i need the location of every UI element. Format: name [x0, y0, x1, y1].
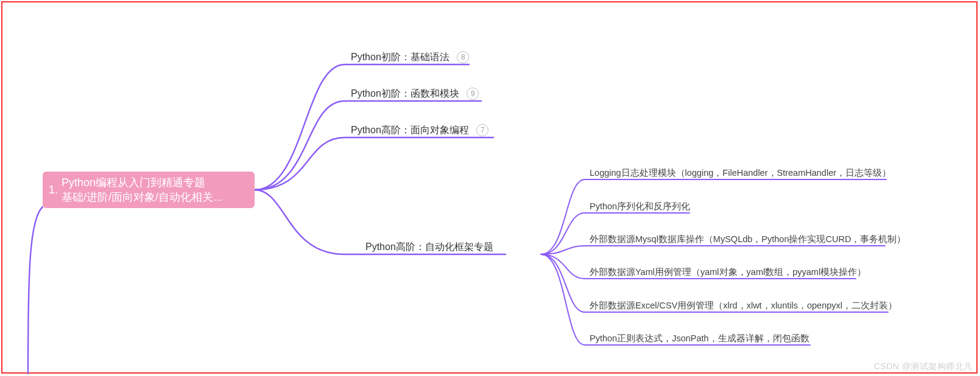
node-python-automation[interactable]: Python高阶：自动化框架专题	[365, 241, 493, 254]
node-label: 外部数据源Excel/CSV用例管理（xlrd，xlwt，xluntils，op…	[590, 301, 897, 310]
node-python-oop[interactable]: Python高阶：面向对象编程 7	[351, 124, 488, 137]
node-label: Python初阶：函数和模块	[351, 88, 459, 99]
node-python-functions-modules[interactable]: Python初阶：函数和模块 9	[351, 88, 479, 100]
root-number: 1.	[49, 183, 58, 197]
count-badge: 7	[476, 124, 488, 136]
node-excel-csv[interactable]: 外部数据源Excel/CSV用例管理（xlrd，xlwt，xluntils，op…	[590, 300, 897, 312]
node-logging[interactable]: Logging日志处理模块（logging，FileHandler，Stream…	[590, 167, 891, 179]
root-title-line2: 基础/进阶/面向对象/自动化相关...	[62, 190, 222, 204]
root-title-line1: Python编程从入门到精通专题	[62, 175, 222, 190]
node-serialization[interactable]: Python序列化和反序列化	[590, 201, 690, 212]
node-yaml[interactable]: 外部数据源Yaml用例管理（yaml对象，yaml数组，pyyaml模块操作）	[590, 266, 866, 278]
mindmap-root-node[interactable]: 1. Python编程从入门到精通专题 基础/进阶/面向对象/自动化相关...	[43, 172, 255, 208]
node-mysql[interactable]: 外部数据源Mysql数据库操作（MySQLdb，Python操作实现CURD，事…	[590, 234, 906, 245]
node-label: Python初阶：基础语法	[351, 52, 449, 62]
node-label: Logging日志处理模块（logging，FileHandler，Stream…	[590, 168, 891, 178]
node-label: 外部数据源Yaml用例管理（yaml对象，yaml数组，pyyaml模块操作）	[590, 267, 866, 277]
node-label: Python高阶：面向对象编程	[351, 125, 469, 135]
node-label: 外部数据源Mysql数据库操作（MySQLdb，Python操作实现CURD，事…	[590, 234, 906, 244]
node-label: Python高阶：自动化框架专题	[365, 242, 493, 252]
count-badge: 8	[457, 51, 469, 63]
watermark: CSDN @测试架构师北凡	[874, 361, 973, 372]
node-python-basic-syntax[interactable]: Python初阶：基础语法 8	[351, 51, 469, 64]
node-regex-jsonpath[interactable]: Python正则表达式，JsonPath，生成器详解，闭包函数	[590, 333, 809, 344]
node-label: Python序列化和反序列化	[590, 201, 690, 211]
node-label: Python正则表达式，JsonPath，生成器详解，闭包函数	[590, 333, 809, 343]
count-badge: 9	[467, 88, 479, 100]
